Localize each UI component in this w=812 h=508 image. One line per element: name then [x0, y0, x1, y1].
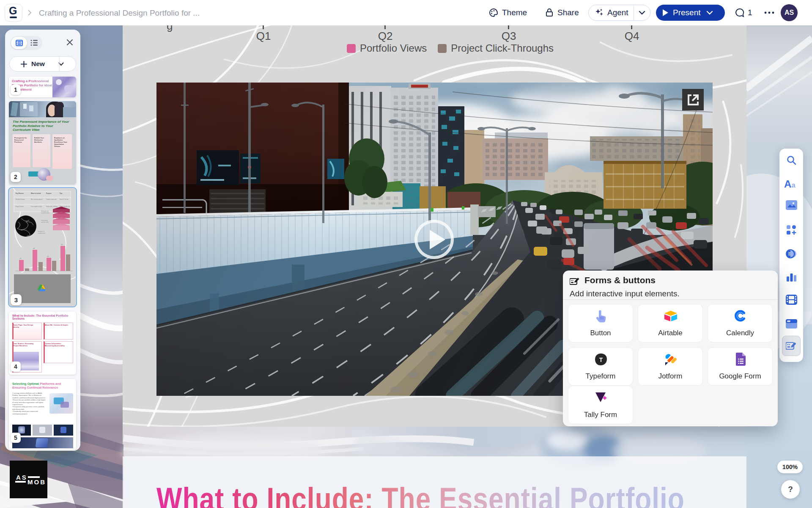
svg-text:Purpose: Purpose — [46, 193, 52, 194]
svg-text:128: 128 — [19, 258, 22, 260]
svg-text:navigation design: navigation design — [41, 212, 50, 214]
svg-text:310: 310 — [47, 256, 49, 257]
svg-text:Creative scope and: Creative scope and — [46, 199, 57, 200]
svg-text:Portfolio & CV: Portfolio & CV — [38, 231, 45, 232]
svg-text:Key Element: Key Element — [16, 193, 24, 194]
svg-text:Best, relevant projects: Best, relevant projects — [31, 199, 43, 200]
svg-text:Visual identity: Visual identity — [41, 220, 48, 221]
svg-text:T: T — [599, 356, 603, 363]
svg-text:Tips: Tips — [60, 193, 63, 194]
svg-text:Shows skills, thinking: Shows skills, thinking — [46, 206, 58, 207]
svg-text:Portfolio Curation: Portfolio Curation — [16, 199, 25, 200]
svg-text:What to Include: What to Include — [31, 193, 41, 194]
svg-text:Keep 5-7 of core: Keep 5-7 of core — [60, 199, 69, 200]
svg-text:Project Context: Project Context — [16, 206, 24, 207]
svg-text:and case study: and case study — [41, 221, 49, 223]
svg-text:480: 480 — [33, 248, 35, 249]
svg-text:520: 520 — [61, 244, 63, 246]
svg-text:complementary: complementary — [38, 232, 45, 234]
svg-text:Case studies, visuals: Case studies, visuals — [31, 206, 42, 207]
svg-text:Homepage and: Homepage and — [41, 210, 49, 212]
